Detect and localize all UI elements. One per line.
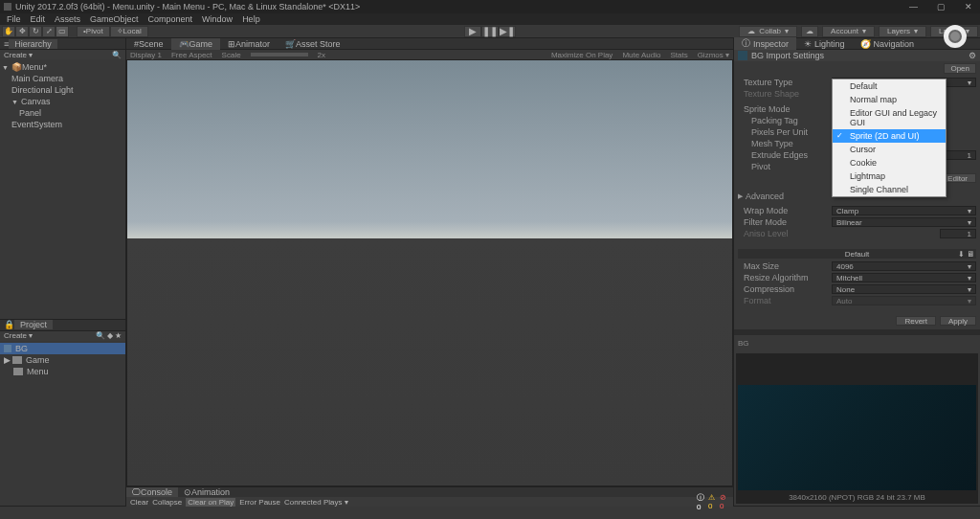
wrap-mode-dropdown[interactable]: Clamp▾ xyxy=(832,206,976,215)
gizmos-dropdown[interactable]: Gizmos ▾ xyxy=(698,51,729,59)
dropdown-item-editor-gui[interactable]: Editor GUI and Legacy GUI xyxy=(833,106,946,129)
menu-file[interactable]: File xyxy=(2,14,26,24)
menu-window[interactable]: Window xyxy=(197,14,237,24)
pivot-label: Pivot xyxy=(738,162,832,171)
apply-button[interactable]: Apply xyxy=(940,316,976,326)
project-create[interactable]: Create ▾ xyxy=(4,331,33,340)
format-label: Format xyxy=(738,296,832,305)
tab-inspector[interactable]: ⓘ Inspector xyxy=(734,37,796,50)
mute-toggle[interactable]: Mute Audio xyxy=(622,51,660,59)
project-item-menu[interactable]: Menu xyxy=(0,366,125,377)
pause-button[interactable]: ❚❚ xyxy=(481,26,499,37)
compression-label: Compression xyxy=(738,284,832,294)
maximize-toggle[interactable]: Maximize On Play xyxy=(551,51,612,59)
project-filter-icon[interactable]: ◆ xyxy=(107,331,113,340)
rotate-tool[interactable]: ↻ xyxy=(29,26,42,37)
collab-dropdown[interactable]: ☁ Collab ▾ xyxy=(739,26,797,37)
play-button[interactable]: ▶ xyxy=(464,26,481,37)
console-clear[interactable]: Clear xyxy=(130,498,148,507)
revert-button[interactable]: Revert xyxy=(896,316,936,326)
aspect-dropdown[interactable]: Free Aspect xyxy=(171,51,212,59)
cloud-button[interactable]: ☁ xyxy=(801,26,818,37)
scene-item[interactable]: ▼📦 Menu* xyxy=(0,61,125,73)
project-star-icon[interactable]: ★ xyxy=(115,331,122,340)
hierarchy-item[interactable]: Panel xyxy=(0,107,125,119)
scale-tool[interactable]: ⤢ xyxy=(42,26,56,37)
hierarchy-item[interactable]: ▼Canvas xyxy=(0,96,125,107)
menu-edit[interactable]: Edit xyxy=(26,14,51,24)
error-icon[interactable]: ⊘ 0 xyxy=(720,498,729,506)
info-icon[interactable]: ⓘ 0 xyxy=(697,498,706,506)
aniso-level-input[interactable]: 1 xyxy=(940,229,976,238)
scale-slider[interactable] xyxy=(251,53,308,56)
local-toggle[interactable]: ✧Local xyxy=(110,26,148,37)
tab-animator[interactable]: ⊞ Animator xyxy=(220,38,278,50)
dropdown-item-cursor[interactable]: Cursor xyxy=(833,143,946,156)
account-dropdown[interactable]: Account ▾ xyxy=(822,26,875,37)
move-tool[interactable]: ✥ xyxy=(15,26,29,37)
titlebar: Unity 2017.2.0f3 (64bit) - Menu.unity - … xyxy=(0,0,980,13)
menu-component[interactable]: Component xyxy=(144,14,198,24)
settings-icon[interactable]: ⚙ xyxy=(969,51,976,60)
tab-scene[interactable]: # Scene xyxy=(126,38,171,50)
filter-mode-dropdown[interactable]: Bilinear▾ xyxy=(832,217,976,227)
hierarchy-tab[interactable]: ≡ Hierarchy xyxy=(0,38,125,50)
image-icon xyxy=(4,345,11,352)
console-connected-plays[interactable]: Connected Plays ▾ xyxy=(284,498,348,507)
tab-console[interactable]: 🖵 Console xyxy=(126,487,178,497)
dropdown-item-normal[interactable]: Normal map xyxy=(833,93,946,106)
hierarchy-list: ▼📦 Menu* Main Camera Directional Light ▼… xyxy=(0,59,125,132)
format-dropdown[interactable]: Auto▾ xyxy=(832,296,976,305)
resize-algorithm-dropdown[interactable]: Mitchell▾ xyxy=(832,273,976,282)
menu-gameobject[interactable]: GameObject xyxy=(85,14,144,24)
dropdown-item-single-channel[interactable]: Single Channel xyxy=(833,183,946,196)
maximize-button[interactable]: ▢ xyxy=(933,2,949,11)
download-icon[interactable]: ⬇ xyxy=(958,250,965,259)
scale-value: 2x xyxy=(318,51,325,59)
tab-asset-store[interactable]: 🛒 Asset Store xyxy=(278,38,348,50)
dropdown-item-lightmap[interactable]: Lightmap xyxy=(833,169,946,183)
console-collapse[interactable]: Collapse xyxy=(152,498,182,507)
pivot-toggle[interactable]: •Pivot xyxy=(77,26,110,37)
project-tab[interactable]: 🔒 Project xyxy=(0,320,125,331)
menu-assets[interactable]: Assets xyxy=(50,14,85,24)
hierarchy-item[interactable]: EventSystem xyxy=(0,119,125,130)
bg-preview-label: BG xyxy=(734,335,980,351)
menubar: File Edit Assets GameObject Component Wi… xyxy=(0,13,980,25)
close-button[interactable]: ✕ xyxy=(961,2,976,11)
pc-icon[interactable]: 🖥 xyxy=(967,250,974,259)
minimize-button[interactable]: — xyxy=(905,2,922,11)
compression-dropdown[interactable]: None▾ xyxy=(832,284,976,294)
max-size-dropdown[interactable]: 4096▾ xyxy=(832,261,976,271)
status-bar xyxy=(0,506,980,519)
hierarchy-item[interactable]: Main Camera xyxy=(0,73,125,84)
preview-image xyxy=(738,385,976,490)
menu-help[interactable]: Help xyxy=(237,14,265,24)
dropdown-item-default[interactable]: Default xyxy=(833,79,946,93)
project-item-game[interactable]: ▶Game xyxy=(0,354,125,366)
stats-toggle[interactable]: Stats xyxy=(670,51,687,59)
hierarchy-search[interactable]: 🔍 xyxy=(112,51,122,59)
texture-type-label: Texture Type xyxy=(738,78,832,87)
project-search-icon[interactable]: 🔍 xyxy=(96,331,105,340)
dropdown-item-cookie[interactable]: Cookie xyxy=(833,156,946,169)
project-item-bg[interactable]: BG xyxy=(0,343,125,354)
platform-default-tab[interactable]: Default ⬇ 🖥 xyxy=(738,249,976,259)
console-clear-on-play[interactable]: Clear on Play xyxy=(186,498,235,507)
tab-navigation[interactable]: 🧭 Navigation xyxy=(853,39,923,49)
hand-tool[interactable]: ✋ xyxy=(2,26,15,37)
step-button[interactable]: ▶❚ xyxy=(499,26,516,37)
warning-icon[interactable]: ⚠ 0 xyxy=(708,498,718,506)
dropdown-item-sprite[interactable]: ✓Sprite (2D and UI) xyxy=(833,129,946,143)
hierarchy-create[interactable]: Create ▾ xyxy=(4,51,33,59)
console-error-pause[interactable]: Error Pause xyxy=(239,498,280,507)
tab-game[interactable]: 🎮 Game xyxy=(171,38,221,50)
accessibility-icon[interactable] xyxy=(944,25,967,48)
hierarchy-item[interactable]: Directional Light xyxy=(0,84,125,96)
rect-tool[interactable]: ▭ xyxy=(56,26,69,37)
game-viewport xyxy=(126,59,733,486)
tab-lighting[interactable]: ☀ Lighting xyxy=(796,39,853,49)
display-dropdown[interactable]: Display 1 xyxy=(130,51,162,59)
layers-dropdown[interactable]: Layers ▾ xyxy=(879,26,926,37)
tab-animation[interactable]: ⊙ Animation xyxy=(178,487,235,497)
